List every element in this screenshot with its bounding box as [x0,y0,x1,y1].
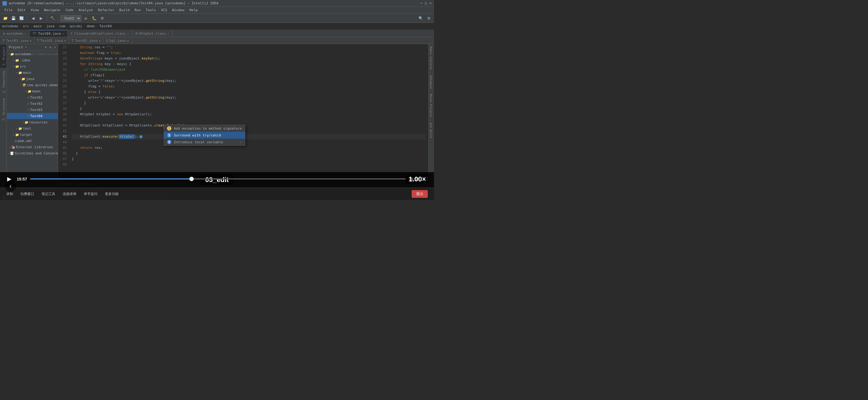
tree-test02[interactable]: ⊙ Test02 [7,100,58,107]
tab-closeablehttpclient-close[interactable]: ✕ [127,32,129,35]
right-tab-ant[interactable]: Ant Build [429,120,434,141]
bc-java[interactable]: java [46,24,55,28]
sidebar-sync-icon[interactable]: ⊕ [45,45,47,49]
tree-external-libs[interactable]: ▸ 📚 External Libraries [7,144,58,150]
tab-httpget[interactable]: H HttpGet.class ✕ [132,30,173,37]
debug-btn[interactable]: 🐛 [91,15,97,22]
menu-file[interactable]: File [2,7,15,14]
menu-help[interactable]: Help [187,7,200,14]
run-config-btn[interactable]: ⚙ [99,15,105,22]
tree-bean[interactable]: ▸ 📁 bean [7,88,58,94]
toolbar-back-btn[interactable]: ◀ [30,15,36,22]
toolbar-build-btn[interactable]: 🔨 [49,15,56,22]
footer-tab-record[interactable]: 录制 [6,192,13,196]
tab-test04[interactable]: T* Test04.java ✕ [30,30,68,37]
bc-main[interactable]: main [34,24,42,28]
menu-run[interactable]: Run [132,7,143,14]
right-tab-redis[interactable]: Redis Explorer [429,44,434,73]
menu-build[interactable]: Build [117,7,132,14]
bc-demo[interactable]: demo [87,24,95,28]
menu-edit[interactable]: Edit [15,7,29,14]
tab-httpget-close[interactable]: ✕ [167,32,169,35]
left-tab-favorites[interactable]: 2: Favorites [0,68,6,96]
context-menu-item-introduce[interactable]: V Introduce local variable › [164,139,245,145]
tree-src[interactable]: ▾ 📁 src [7,63,58,69]
tree-main[interactable]: ▾ 📁 main [7,69,58,76]
toolbar-save-btn[interactable]: 💾 [10,15,17,22]
tab-sql-close[interactable]: ✕ [127,39,129,43]
code-line-40 [72,117,426,123]
run-config-dropdown[interactable]: Test03 [61,15,81,22]
separator-1 [27,15,27,21]
tree-test-label: test [23,127,31,131]
tree-test[interactable]: ▸ 📁 test [7,125,58,131]
progress-bar[interactable] [30,178,406,179]
menu-refactor[interactable]: Refactor [95,7,117,14]
video-back-btn[interactable]: ‹ [5,180,16,192]
code-area[interactable]: 27 28 29 30 31 32 33 34 35 36 37 38 39 4… [58,44,428,181]
maximize-btn[interactable]: □ [425,1,427,5]
code-content[interactable]: String res = ""; boolean flag = true; Se… [69,44,428,181]
bc-test04[interactable]: Test04 [99,24,112,28]
menu-navigate[interactable]: Navigate [41,7,63,14]
bc-qzcsbj[interactable]: qzcsbj [70,24,82,28]
minimize-btn[interactable]: ─ [420,1,423,5]
footer-tab-connect[interactable]: 连接讲师 [63,192,76,196]
menu-code[interactable]: Code [63,7,76,14]
tab-test02[interactable]: T Test02.java ✕ [69,37,103,44]
menu-view[interactable]: View [28,7,41,14]
bc-src[interactable]: src [23,24,29,28]
tab-test02-close[interactable]: ✕ [99,39,101,43]
sidebar-dropdown-icon[interactable]: ▾ [25,45,27,49]
close-btn[interactable]: ✕ [429,1,432,5]
tab-test03-close[interactable]: ✕ [30,39,32,43]
tab-test03[interactable]: T Test03.java ✕ [0,37,34,44]
pom-icon: m [15,139,17,143]
tree-autodemo[interactable]: ▾ 📁 autodemo D:\demo\autodemo [7,51,58,57]
context-menu-item-surround[interactable]: S Surround with try/catch [164,132,245,139]
toolbar-sync-btn[interactable]: 🔄 [18,15,25,22]
toolbar-open-btn[interactable]: 📁 [2,15,9,22]
tree-test04[interactable]: ⊙ Test04 [7,113,58,119]
footer-tab-raise[interactable]: 举手提问 [84,192,97,196]
right-tab-maven[interactable]: Maven Projects [429,92,434,120]
tree-target[interactable]: ▸ 📁 target [7,131,58,138]
menu-window[interactable]: Window [169,7,187,14]
tree-scratches[interactable]: ▸ 📝 Scratches and Consoles [7,150,58,156]
tree-idea[interactable]: ▸ 📁 .idea [7,57,58,63]
tab-test01[interactable]: T Test01.java ✕ [34,37,69,44]
left-tab-structure[interactable]: 7: Structure [0,96,6,123]
tab-test04-close[interactable]: ✕ [62,32,64,35]
tree-java[interactable]: ▾ 📁 java [7,76,58,82]
sidebar-close-icon[interactable]: ✕ [54,45,56,49]
menu-tools[interactable]: Tools [143,7,158,14]
sidebar-gear-icon[interactable]: ⚙ [49,45,52,49]
test02-icon: ⊙ [27,102,29,105]
tab-autodemo-close[interactable]: ✕ [25,32,26,35]
footer-tab-payment[interactable]: 扣费窗口 [21,192,34,196]
exit-btn[interactable]: 退出 [412,190,428,198]
bc-autodemo[interactable]: autodemo [2,24,18,28]
tree-package[interactable]: ▾ 📦 com.qzcsbj.demo [7,82,58,88]
context-menu-item-add-exception[interactable]: ! Add exception to method signature [164,125,245,132]
left-tab-project[interactable]: 1: Project [0,44,6,68]
tree-resources[interactable]: ▸ 📁 resources [7,119,58,125]
tree-pom[interactable]: m pom.xml [7,138,58,144]
footer-tab-notes[interactable]: 笔记工具 [41,192,55,196]
bc-com[interactable]: com [59,24,65,28]
menu-vcs[interactable]: VCS [158,7,169,14]
run-btn[interactable]: ▶ [83,15,89,22]
tree-test03[interactable]: ⊙ Test03 [7,107,58,113]
footer-tab-more[interactable]: 更多功能 [105,192,119,196]
tab-test01-close[interactable]: ✕ [64,39,66,43]
tab-closeablehttpclient[interactable]: C CloseableHttpClient.class ✕ [68,30,132,37]
search-everywhere-btn[interactable]: 🔍 [417,15,424,22]
tree-test01[interactable]: ⊙ Test01 [7,94,58,100]
right-tab-database[interactable]: Database [429,73,434,92]
arrow-resources: ▸ [22,121,24,124]
menu-analyze[interactable]: Analyze [76,7,95,14]
settings-btn[interactable]: ⚙ [425,15,432,22]
toolbar-forward-btn[interactable]: ▶ [37,15,44,22]
tab-sql[interactable]: S Sql.java ✕ [103,37,132,44]
tab-autodemo[interactable]: m autodemo ✕ [0,30,30,37]
